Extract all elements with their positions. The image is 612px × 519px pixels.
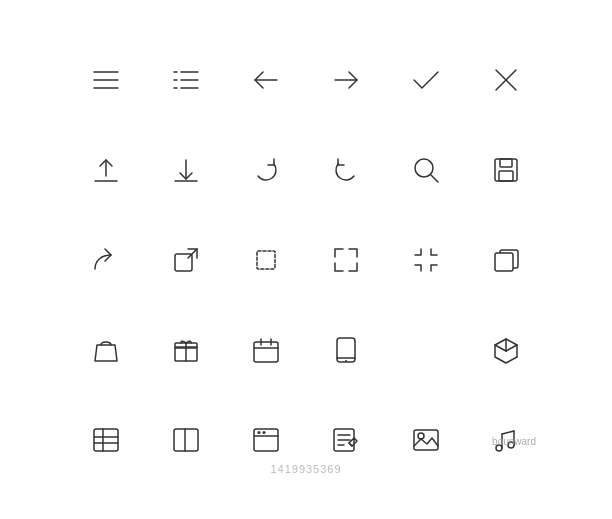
svg-rect-30 (254, 342, 278, 362)
svg-rect-24 (257, 251, 275, 269)
external-link-icon (146, 215, 226, 305)
download-icon (146, 125, 226, 215)
svg-point-36 (345, 360, 347, 362)
empty-cell-r4c5 (386, 305, 466, 395)
calendar-icon (226, 305, 306, 395)
refresh-cw-icon (226, 125, 306, 215)
cube-icon (466, 305, 546, 395)
stock-id: 1419935369 (270, 463, 341, 475)
svg-point-17 (415, 159, 433, 177)
svg-rect-45 (174, 429, 198, 451)
arrow-left-icon (226, 35, 306, 125)
crop-selection-icon (226, 215, 306, 305)
svg-rect-21 (499, 171, 513, 181)
compress-icon (386, 215, 466, 305)
svg-line-40 (495, 345, 506, 351)
svg-point-49 (258, 431, 261, 434)
svg-line-18 (431, 175, 438, 182)
refresh-ccw-icon (306, 125, 386, 215)
gift-icon (146, 305, 226, 395)
close-icon (466, 35, 546, 125)
image-icon (386, 395, 466, 485)
table-icon (66, 395, 146, 485)
svg-rect-20 (500, 159, 512, 167)
checkmark-icon (386, 35, 466, 125)
list-icon (146, 35, 226, 125)
svg-line-62 (502, 431, 514, 434)
watermark: bounward (492, 436, 536, 447)
search-icon (386, 125, 466, 215)
svg-rect-41 (94, 429, 118, 451)
phone-icon (306, 305, 386, 395)
svg-line-55 (349, 443, 352, 446)
save-icon (466, 125, 546, 215)
svg-point-50 (263, 431, 266, 434)
svg-line-39 (506, 345, 517, 351)
upload-icon (66, 125, 146, 215)
hamburger-menu-icon (66, 35, 146, 125)
svg-point-57 (418, 433, 424, 439)
icon-grid: bounward 1419935369 (66, 35, 546, 485)
layers-icon (466, 215, 546, 305)
expand-icon (306, 215, 386, 305)
arrow-right-icon (306, 35, 386, 125)
shopping-bag-icon (66, 305, 146, 395)
sidebar-icon (146, 395, 226, 485)
share-icon (66, 215, 146, 305)
svg-rect-26 (495, 253, 513, 271)
